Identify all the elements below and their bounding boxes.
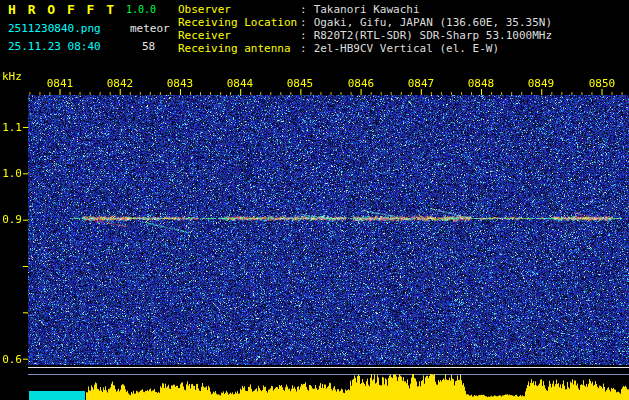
spectrogram-canvas — [0, 70, 629, 400]
info-row-location: Receiving Location : Ogaki, Gifu, JAPAN … — [178, 16, 552, 29]
time-label: 0846 — [344, 77, 378, 90]
freq-tick-label: 1.0 — [0, 167, 22, 180]
mode-label: meteor — [130, 22, 170, 35]
time-label: 0842 — [103, 77, 137, 90]
freq-tick-label: 1.1 — [0, 121, 22, 134]
freq-tick-label: 0.6 — [0, 353, 22, 366]
app-version: 1.0.0 — [126, 4, 156, 15]
info-separator: : — [300, 3, 307, 16]
info-value: R820T2(RTL-SDR) SDR-Sharp 53.1000MHz — [314, 29, 552, 42]
freq-tick-label: 0.9 — [0, 213, 22, 226]
time-label: 0845 — [283, 77, 317, 90]
info-label: Receiving Location — [178, 16, 300, 29]
info-separator: : — [300, 42, 307, 55]
hrofft-screen: H R O F F T 1.0.0 2511230840.png meteor … — [0, 0, 629, 400]
capture-count: 58 — [142, 40, 155, 53]
info-value: Takanori Kawachi — [314, 3, 420, 16]
station-info: Observer : Takanori Kawachi Receiving Lo… — [178, 3, 552, 55]
info-value: 2el-HB9CV Vertical (el. E-W) — [314, 42, 499, 55]
info-row-receiver: Receiver : R820T2(RTL-SDR) SDR-Sharp 53.… — [178, 29, 552, 42]
time-label: 0841 — [43, 77, 77, 90]
info-row-antenna: Receiving antenna : 2el-HB9CV Vertical (… — [178, 42, 552, 55]
capture-datetime: 25.11.23 08:40 — [8, 40, 101, 53]
output-file-name: 2511230840.png — [8, 22, 101, 35]
freq-unit-label: kHz — [2, 70, 24, 83]
app-title: H R O F F T — [8, 2, 116, 17]
time-label: 0847 — [404, 77, 438, 90]
info-label: Receiver — [178, 29, 300, 42]
info-label: Observer — [178, 3, 300, 16]
info-row-observer: Observer : Takanori Kawachi — [178, 3, 552, 16]
info-value: Ogaki, Gifu, JAPAN (136.60E, 35.35N) — [314, 16, 552, 29]
info-separator: : — [300, 29, 307, 42]
info-label: Receiving antenna — [178, 42, 300, 55]
time-label: 0849 — [524, 77, 558, 90]
time-label: 0848 — [464, 77, 498, 90]
time-label: 0844 — [223, 77, 257, 90]
info-separator: : — [300, 16, 307, 29]
time-label: 0850 — [585, 77, 619, 90]
time-label: 0843 — [163, 77, 197, 90]
